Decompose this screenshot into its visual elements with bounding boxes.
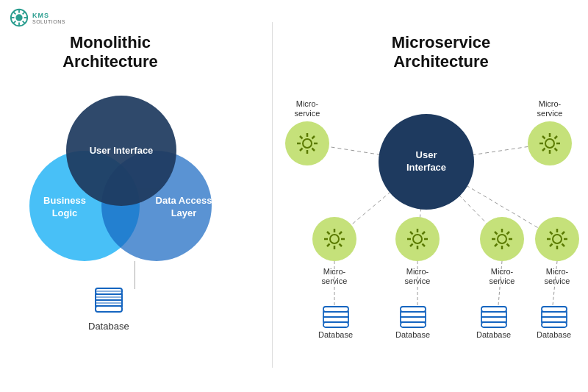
db-label-r2: Database xyxy=(395,330,430,339)
db-label-r4: Database xyxy=(537,330,571,339)
svg-rect-91 xyxy=(481,317,506,322)
svg-line-35 xyxy=(300,149,303,152)
svg-line-77 xyxy=(550,232,553,235)
db-label-r3: Database xyxy=(476,330,511,339)
svg-rect-83 xyxy=(323,317,348,322)
svg-rect-90 xyxy=(481,312,506,317)
svg-line-50 xyxy=(410,232,413,235)
svg-line-69 xyxy=(507,244,510,247)
svg-rect-89 xyxy=(481,307,506,312)
svg-line-68 xyxy=(495,232,498,235)
venn-diagram: User Interface Business Logic Data Acces… xyxy=(22,96,228,265)
svg-line-34 xyxy=(312,136,315,139)
svg-line-33 xyxy=(312,149,315,152)
svg-rect-86 xyxy=(401,312,426,317)
svg-point-45 xyxy=(413,235,422,243)
left-panel: MonolithicArchitecture User Interface Bu… xyxy=(0,0,272,392)
svg-point-63 xyxy=(498,235,506,243)
svg-line-44 xyxy=(327,244,330,247)
svg-point-27 xyxy=(303,139,312,148)
svg-point-54 xyxy=(545,139,554,148)
svg-rect-13 xyxy=(96,306,122,312)
svg-rect-87 xyxy=(401,317,426,322)
business-logic-label: Business Logic xyxy=(35,195,94,220)
gear-icon-bm xyxy=(404,226,431,252)
gear-icon-tl xyxy=(294,130,320,157)
data-access-label: Data Access Layer xyxy=(151,195,217,220)
svg-line-62 xyxy=(542,149,545,152)
user-interface-circle: User Interface xyxy=(66,96,176,206)
svg-line-71 xyxy=(495,244,498,247)
svg-line-59 xyxy=(542,136,545,139)
ms-circle-top-right xyxy=(528,121,572,165)
ms-circle-far-bottom-right xyxy=(535,217,579,261)
svg-rect-96 xyxy=(542,322,567,327)
microservice-ui-label: UserInterface xyxy=(406,149,446,174)
monolithic-title: MonolithicArchitecture xyxy=(37,33,184,72)
gear-icon-br xyxy=(489,226,515,252)
svg-line-61 xyxy=(555,136,558,139)
ms-label-top-right: Micro-service xyxy=(528,99,572,118)
svg-rect-92 xyxy=(481,322,506,327)
ms-circle-top-left xyxy=(285,121,329,165)
svg-line-70 xyxy=(507,232,510,235)
svg-rect-81 xyxy=(323,307,348,312)
monolithic-database: Database xyxy=(88,287,129,332)
user-interface-label: User Interface xyxy=(90,145,154,157)
ms-circle-bottom-mid xyxy=(395,217,440,261)
svg-line-42 xyxy=(340,244,343,247)
database-icon-r3 xyxy=(480,305,508,329)
monolithic-db-label: Database xyxy=(88,321,129,332)
microservice-db-2: Database xyxy=(395,305,430,339)
ms-label-bottom-mid: Micro-service xyxy=(395,267,440,286)
svg-line-52 xyxy=(423,232,426,235)
svg-rect-94 xyxy=(542,312,567,317)
svg-line-41 xyxy=(327,232,330,235)
ms-label-far-bottom-right: Micro-service xyxy=(535,267,579,286)
database-icon-left xyxy=(93,287,124,315)
svg-line-51 xyxy=(423,244,426,247)
svg-point-72 xyxy=(553,235,562,243)
svg-rect-85 xyxy=(401,307,426,312)
ms-circle-bottom-right xyxy=(480,217,524,261)
ms-circle-bottom-left xyxy=(312,217,356,261)
ms-label-bottom-left: Micro-service xyxy=(312,267,356,286)
gear-icon-bl xyxy=(321,226,348,252)
svg-line-60 xyxy=(555,149,558,152)
venn-db-line xyxy=(135,261,135,289)
svg-line-79 xyxy=(562,232,565,235)
svg-rect-88 xyxy=(401,322,426,327)
svg-line-78 xyxy=(562,244,565,247)
svg-rect-93 xyxy=(542,307,567,312)
right-panel: MicroserviceArchitecture UserInterface xyxy=(272,0,588,392)
gear-icon-tr xyxy=(537,130,563,157)
gear-icon-fbr xyxy=(544,226,570,252)
svg-line-32 xyxy=(300,136,303,139)
microservice-db-4: Database xyxy=(537,305,571,339)
svg-line-53 xyxy=(410,244,413,247)
database-icon-r2 xyxy=(399,305,427,329)
svg-rect-95 xyxy=(542,317,567,322)
svg-rect-84 xyxy=(323,322,348,327)
database-icon-r1 xyxy=(322,305,350,329)
ms-label-top-left: Micro-service xyxy=(285,99,329,118)
microservice-db-3: Database xyxy=(476,305,511,339)
svg-rect-82 xyxy=(323,312,348,317)
microservice-db-1: Database xyxy=(318,305,353,339)
svg-line-80 xyxy=(550,244,553,247)
svg-point-36 xyxy=(330,235,339,243)
microservice-ui-circle: UserInterface xyxy=(379,114,474,210)
database-icon-r4 xyxy=(540,305,568,329)
svg-line-43 xyxy=(340,232,343,235)
db-label-r1: Database xyxy=(318,330,353,339)
microservice-title: MicroserviceArchitecture xyxy=(368,33,514,72)
ms-label-bottom-right: Micro-service xyxy=(480,267,524,286)
